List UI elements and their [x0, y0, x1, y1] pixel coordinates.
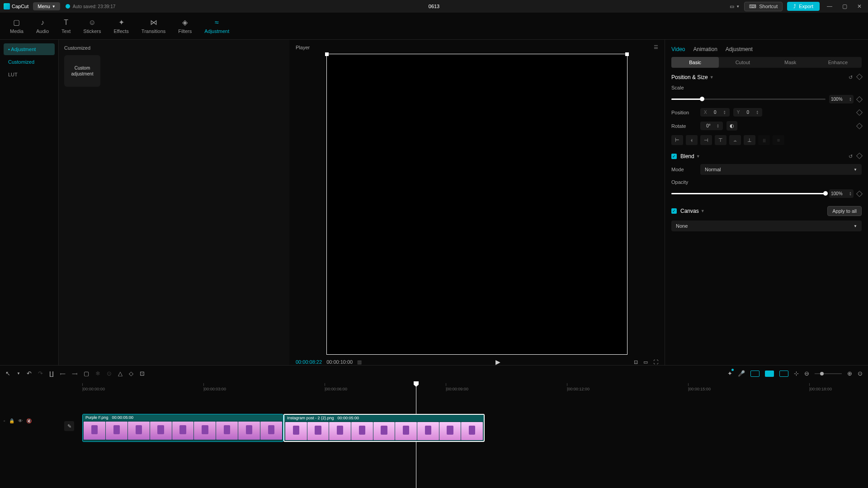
scale-value[interactable]: 100% ▲▼ [829, 95, 854, 103]
close-button[interactable]: ✕ [854, 3, 864, 9]
fullscreen-icon[interactable]: ⛶ [653, 359, 658, 365]
blend-mode-dropdown[interactable]: Normal ▼ [700, 164, 862, 175]
delete-right-button[interactable]: ⟞ [72, 370, 77, 377]
reset-icon[interactable]: ↺ [849, 154, 853, 160]
zoom-in-button[interactable]: ⊕ [847, 370, 852, 377]
minimize-button[interactable]: — [824, 3, 835, 9]
tab-filters[interactable]: ◈Filters [172, 16, 198, 37]
canvas-dropdown[interactable]: None ▼ [671, 221, 862, 231]
ratio-icon[interactable]: ▭ [643, 359, 648, 365]
select-tool[interactable]: ↖ [5, 370, 10, 377]
keyframe-button[interactable] [856, 190, 863, 197]
reset-icon[interactable]: ↺ [849, 75, 853, 80]
timeline-clip[interactable]: Instagram post - 2 (2).png00:00:05:00 [283, 414, 485, 442]
zoom-out-button[interactable]: ⊖ [804, 370, 809, 377]
select-dropdown-icon[interactable]: ▼ [17, 371, 20, 375]
property-tab-adjustment[interactable]: Adjustment [726, 46, 753, 52]
track-visibility-icon[interactable]: 👁 [18, 418, 23, 423]
track-collapse-icon[interactable]: ▫ [4, 418, 5, 423]
keyframe-button[interactable] [856, 73, 863, 80]
subtab-basic[interactable]: Basic [671, 57, 719, 68]
compare-icon[interactable]: ▥ [357, 359, 362, 365]
spinner-icon[interactable]: ▲▼ [717, 124, 719, 128]
zoom-slider[interactable] [815, 373, 842, 374]
undo-button[interactable]: ↶ [27, 370, 32, 377]
scale-slider[interactable] [671, 99, 826, 100]
sidebar-item-adjustment[interactable]: • Adjustment [4, 43, 55, 55]
redo-button: ↷ [38, 370, 43, 377]
scale-row: Scale [671, 85, 862, 90]
keyframe-button[interactable] [856, 96, 863, 102]
property-tab-animation[interactable]: Animation [693, 46, 717, 52]
timeline[interactable]: |00:00:00:00|00:00:03:00|00:00:06:00|00:… [0, 381, 868, 488]
keyframe-button[interactable] [856, 152, 863, 159]
play-button[interactable]: ▶ [495, 358, 500, 366]
opacity-value[interactable]: 100% ▲▼ [829, 189, 854, 198]
player-frame[interactable] [326, 54, 627, 355]
subtab-mask[interactable]: Mask [767, 57, 814, 68]
rotate-input[interactable]: 0° ▲▼ [700, 122, 723, 130]
tab-text[interactable]: TText [55, 16, 77, 37]
crop-button[interactable]: ⊡ [140, 370, 145, 377]
spinner-icon[interactable]: ▲▼ [756, 110, 759, 115]
scale-preview-icon[interactable]: ⊡ [634, 359, 638, 365]
rotate-cw-button[interactable]: ◇ [129, 370, 133, 377]
maximize-button[interactable]: ▢ [840, 3, 850, 9]
spinner-icon[interactable]: ▲▼ [849, 192, 852, 196]
spinner-icon[interactable]: ▲▼ [723, 110, 726, 115]
position-x-input[interactable]: X 0 ▲▼ [700, 108, 730, 117]
tab-effects[interactable]: ✦Effects [107, 16, 135, 37]
align-left-button[interactable]: ⊢ [671, 135, 683, 145]
mirror-button[interactable]: △ [118, 370, 123, 377]
align-right-button[interactable]: ⊣ [700, 135, 712, 145]
rotate-dial[interactable]: ◐ [726, 121, 737, 131]
track-edit-icon[interactable]: ✎ [64, 421, 74, 431]
delete-left-button[interactable]: ⟝ [60, 370, 66, 377]
sidebar-item-lut[interactable]: LUT [4, 69, 55, 80]
player-menu-icon[interactable]: ☰ [654, 44, 658, 50]
chevron-down-icon[interactable]: ▼ [696, 154, 700, 159]
blend-checkbox[interactable]: ✓ [671, 154, 677, 159]
main-track-magnet-button[interactable] [750, 371, 760, 377]
align-bottom-button[interactable]: ⊥ [744, 135, 755, 145]
spinner-icon[interactable]: ▲▼ [849, 97, 852, 102]
timeline-clip[interactable]: Purple F.png00:00:05:00 [82, 414, 283, 442]
track-lock-icon[interactable]: 🔒 [9, 418, 14, 423]
split-button[interactable]: ∐ [49, 370, 54, 377]
subtab-cutout[interactable]: Cutout [719, 57, 766, 68]
timeline-ruler[interactable]: |00:00:00:00|00:00:03:00|00:00:06:00|00:… [5, 381, 863, 391]
position-y-input[interactable]: Y 0 ▲▼ [733, 108, 763, 117]
apply-to-all-button[interactable]: Apply to all [827, 206, 862, 216]
chevron-down-icon[interactable]: ▼ [701, 209, 705, 213]
tab-media[interactable]: ▢Media [4, 16, 30, 37]
delete-button[interactable]: ▢ [84, 370, 89, 377]
align-hcenter-button[interactable]: ⫞ [686, 135, 698, 145]
custom-adjustment-tile[interactable]: Custom adjustment [64, 55, 100, 87]
shortcut-button[interactable]: ⌨ Shortcut [744, 2, 783, 11]
chevron-down-icon[interactable]: ▼ [710, 75, 714, 80]
aspect-ratio-button[interactable]: ▭ ▼ [730, 4, 740, 9]
linkage-button[interactable] [779, 371, 788, 377]
tab-audio[interactable]: ♪Audio [30, 16, 55, 37]
auto-caption-icon[interactable]: ✦ [727, 370, 732, 377]
track-mute-icon[interactable]: 🔇 [26, 418, 32, 423]
zoom-fit-button[interactable]: ⊙ [858, 370, 863, 377]
player-canvas[interactable] [296, 54, 658, 355]
tab-stickers[interactable]: ☺Stickers [77, 16, 107, 37]
menu-button[interactable]: Menu ▼ [33, 2, 60, 10]
property-tab-video[interactable]: Video [671, 46, 685, 52]
tab-adjustment[interactable]: ≈Adjustment [198, 16, 236, 37]
auto-snap-button[interactable] [765, 371, 774, 377]
canvas-checkbox[interactable]: ✓ [671, 208, 677, 214]
align-top-button[interactable]: ⊤ [715, 135, 726, 145]
tab-transitions[interactable]: ⋈Transitions [135, 16, 172, 37]
preview-axis-button[interactable]: ⊹ [794, 370, 799, 377]
sidebar-item-customized[interactable]: Customized [4, 56, 55, 68]
opacity-slider[interactable] [671, 193, 826, 194]
keyframe-button[interactable] [856, 109, 863, 115]
align-vcenter-button[interactable]: ⫠ [729, 135, 741, 145]
record-icon[interactable]: 🎤 [738, 370, 745, 377]
keyframe-button[interactable] [856, 122, 863, 129]
subtab-enhance[interactable]: Enhance [814, 57, 862, 68]
export-button[interactable]: ⤴ Export [787, 2, 820, 11]
